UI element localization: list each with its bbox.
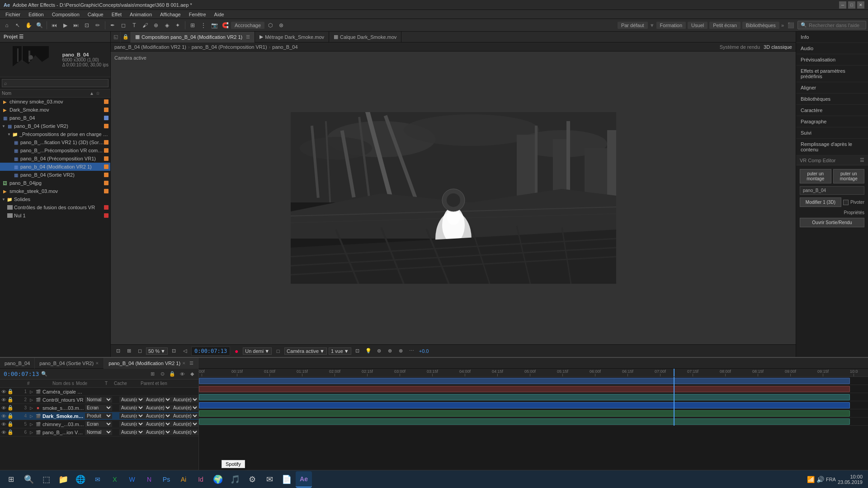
taskbar-acrobat[interactable]: 📄 [278,471,295,488]
mode-select-6[interactable]: Normal [85,429,112,435]
tool-hand[interactable]: ✋ [24,20,33,30]
vr-comp-editor-menu[interactable]: ☰ [860,157,864,163]
vr-pivoter-checkbox[interactable]: Pivoter [843,197,864,207]
taskbar-photoshop[interactable]: Ps [158,471,175,488]
layer-mode-6[interactable]: Normal [85,429,112,435]
preview-ctrl-icon4[interactable]: ⊡ [170,347,179,356]
list-item[interactable]: ▦ pano_B_04 (Sortie VR2) [0,171,110,179]
layer-blend-3[interactable]: Aucun(e) [171,405,198,411]
tool-puppet[interactable]: ✦ [173,20,183,30]
taskbar-unknown[interactable]: ⚙ [244,471,260,488]
list-item[interactable]: ▦ pano_b_04 (Modification VR2 1) [0,163,110,171]
layer-visibility-1[interactable]: 👁 [0,389,7,394]
breadcrumb-item-2[interactable]: pano_B_04 (Précomposition VR1) [192,44,267,50]
blend-select-6[interactable]: Aucun(e) [171,429,198,435]
layer-expand-4[interactable]: ▷ [28,413,34,419]
tool-pen[interactable]: ✒ [108,20,118,30]
layer-expand-2[interactable]: ▷ [28,397,34,403]
tab-composition[interactable]: ▦ Composition pano_B_04 (Modification VR… [131,32,255,42]
layer-expand-6[interactable]: ▷ [28,429,34,436]
list-item[interactable]: ▶ chimney smoke_03.mov [0,98,110,106]
tl-solo[interactable]: ⊙ [158,370,167,379]
title-bar-controls[interactable]: ─ □ ✕ [839,1,864,9]
preview-ctrl-3d[interactable]: ⊡ [353,347,362,356]
layer-cache-3[interactable]: Aucun(e) [119,405,144,411]
layer-lock-4[interactable]: 🔒 [7,413,14,419]
layout-toggle[interactable]: ⬛ [786,20,796,30]
list-item[interactable]: ▶ smoke_steek_03.mov [0,187,110,195]
taskbar-onenote[interactable]: N [141,471,157,488]
viewer-lock[interactable]: 🔒 [121,32,131,42]
search-input[interactable] [809,23,863,28]
tool-pointer[interactable]: ↖ [13,20,23,30]
layer-parent-5[interactable]: Aucun(e) [144,421,171,427]
fill-panel-item[interactable]: Remplissage d'après le contenu [796,139,868,155]
list-item[interactable]: ▼ 📁 Solides [0,195,110,203]
taskbar-outlook[interactable]: ✉ [90,471,106,488]
start-button[interactable]: ⊞ [2,471,20,488]
layer-blend-6[interactable]: Aucun(e) [171,429,198,435]
parent-select-6[interactable]: Aucun(e) [144,429,171,435]
taskbar-mail[interactable]: ✉ [261,471,278,488]
info-panel-item[interactable]: Info [796,32,868,43]
layer-lock-5[interactable]: 🔒 [7,421,14,427]
list-item[interactable]: ▦ pano_B_...Précomposition VR combinée) [0,146,110,155]
tool-extra1[interactable]: ⬡ [265,20,275,30]
tool-next-frame[interactable]: ⏭ [71,20,81,30]
menu-aide[interactable]: Aide [211,11,228,18]
tool-brush[interactable]: 🖌 [140,20,150,30]
preview-ctrl-render[interactable]: ⊗ [396,347,406,356]
preview-ctrl-icon3[interactable]: ◻ [135,347,144,356]
list-item[interactable]: ▦ pano_B_...fication VR2 1) (3D) (Sortie… [0,138,110,146]
tool-zoom[interactable]: 🔍 [34,20,44,30]
tool-edit[interactable]: ✏ [93,20,103,30]
layer-mode-2[interactable]: Normal [85,397,112,403]
list-item[interactable]: 🖼 pano_B_04jpg [0,179,110,187]
tl-keyframe[interactable]: ◆ [188,370,197,379]
timeline-tab-2[interactable]: pano_B_04 (Sortie VR2) ✕ [35,358,104,369]
tl-search[interactable]: 🔍 [40,370,49,379]
tool-shape[interactable]: ◻ [118,20,128,30]
menu-fichier[interactable]: Fichier [2,11,24,18]
minimize-button[interactable]: ─ [839,1,846,9]
timeline-tab-3-menu[interactable]: ☰ [189,361,193,366]
pivoter-checkbox-box[interactable] [843,200,849,205]
tray-volume[interactable]: 🔊 [816,476,824,483]
list-item[interactable]: ▦ pano_B_04 (Précomposition VR1) [0,155,110,163]
layer-expand-1[interactable]: ▷ [28,389,34,395]
menu-composition[interactable]: Composition [48,11,83,18]
menu-effet[interactable]: Effet [108,11,125,18]
list-item[interactable]: Nul 1 [0,211,110,220]
taskbar-taskview[interactable]: ⬚ [38,471,54,488]
zoom-dropdown[interactable]: 50 % ▼ [146,347,168,355]
project-search[interactable] [0,77,110,89]
maximize-button[interactable]: □ [848,1,855,9]
timeline-tab-3[interactable]: pano_B_04 (Modification VR2 1) ✕ ☰ [104,358,198,369]
mode-select-3[interactable]: Ecran [85,405,112,411]
layer-expand-3[interactable]: ▷ [28,405,34,411]
preview-panel-item[interactable]: Prévisualisation [796,54,868,66]
layer-blend-5[interactable]: Aucun(e) [171,421,198,427]
effects-panel-item[interactable]: Effets et paramètres prédéfinis [796,66,868,82]
layer-visibility-2[interactable]: 👁 [0,397,7,403]
layer-mode-5[interactable]: Ecran [85,421,112,427]
search-box[interactable]: 🔍 [797,21,866,29]
tool-text[interactable]: T [129,20,139,30]
tracking-panel-item[interactable]: Suivi [796,127,868,139]
playhead[interactable] [674,369,675,376]
menu-edition[interactable]: Edition [25,11,47,18]
layer-lock-3[interactable]: 🔒 [7,405,14,411]
layer-parent-6[interactable]: Aucun(e) [144,429,171,435]
layer-lock-2[interactable]: 🔒 [7,397,14,403]
menu-fenetre[interactable]: Fenêtre [185,11,210,18]
taskbar-chrome[interactable]: 🌍 [210,471,226,488]
vr-ajouter-montage-2[interactable]: puter un montage [833,169,865,183]
quality-dropdown[interactable]: Un demi ▼ [243,347,272,355]
paragraph-panel-item[interactable]: Paragraphe [796,116,868,127]
align-panel-item[interactable]: Aligner [796,82,868,94]
vr-ajouter-montage-1[interactable]: puter un montage [800,169,831,183]
timeline-tab-1[interactable]: pano_B_04 [0,358,35,369]
layer-mode-3[interactable]: Ecran [85,405,112,411]
menu-affichage[interactable]: Affichage [156,11,184,18]
taskbar-spotify[interactable]: 🎵 [227,471,243,488]
